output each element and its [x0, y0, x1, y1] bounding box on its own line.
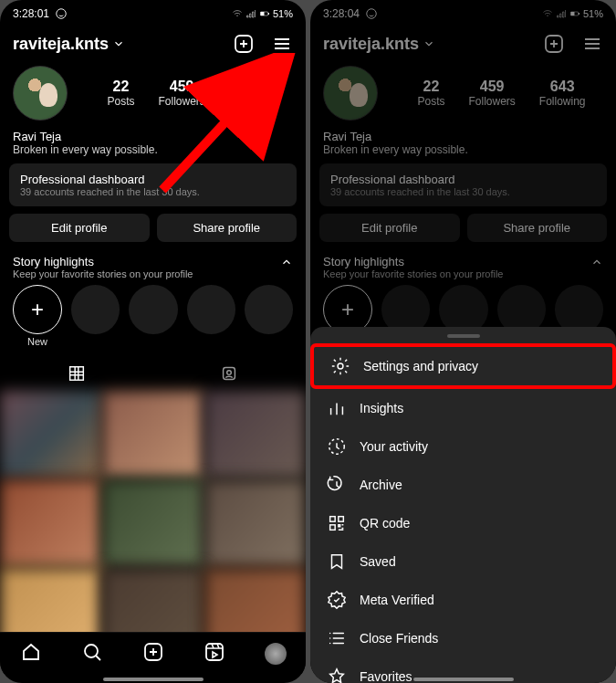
- status-time: 3:28:01: [13, 7, 49, 20]
- home-icon: [20, 641, 42, 663]
- name-block: Ravi Teja Broken in every way possible.: [310, 124, 616, 163]
- hamburger-icon: [581, 33, 603, 55]
- archive-icon: [327, 475, 347, 495]
- menu-button[interactable]: [581, 33, 603, 55]
- create-button[interactable]: [543, 33, 565, 55]
- nav-home[interactable]: [20, 641, 42, 667]
- stat-posts[interactable]: 22Posts: [417, 79, 444, 108]
- menu-archive[interactable]: Archive: [310, 466, 616, 504]
- svg-rect-20: [330, 525, 336, 531]
- name-block: Ravi Teja Broken in every way possible.: [0, 124, 306, 163]
- post-thumbnail[interactable]: [204, 479, 306, 567]
- tab-tagged[interactable]: [153, 356, 307, 391]
- dashboard-sub: 39 accounts reached in the last 30 days.: [330, 186, 596, 197]
- tagged-icon: [219, 363, 239, 384]
- profile-tabs: [0, 356, 306, 391]
- highlights-row: + New: [0, 285, 306, 351]
- nav-profile[interactable]: [265, 643, 287, 665]
- professional-dashboard-card[interactable]: Professional dashboard 39 accounts reach…: [9, 163, 297, 206]
- menu-meta-verified[interactable]: Meta Verified: [310, 581, 616, 619]
- create-button[interactable]: [233, 33, 255, 55]
- svg-rect-13: [570, 12, 574, 16]
- story-highlights-header[interactable]: Story highlights: [0, 249, 306, 268]
- dashboard-title: Professional dashboard: [20, 173, 286, 186]
- sheet-handle[interactable]: [447, 334, 480, 338]
- stat-following[interactable]: 643Following: [539, 79, 586, 108]
- status-time: 3:28:04: [323, 7, 360, 20]
- story-highlights-header[interactable]: Story highlights: [310, 249, 616, 268]
- edit-profile-button[interactable]: Edit profile: [9, 214, 150, 242]
- story-highlights-sub: Keep your favorite stories on your profi…: [0, 268, 306, 285]
- svg-rect-14: [579, 13, 579, 15]
- edit-profile-button[interactable]: Edit profile: [319, 214, 460, 242]
- menu-label: Favorites: [360, 669, 412, 683]
- bookmark-icon: [327, 552, 347, 572]
- post-thumbnail[interactable]: [204, 391, 306, 478]
- stat-followers[interactable]: 459Followers: [468, 79, 515, 108]
- star-icon: [327, 667, 347, 683]
- post-thumbnail[interactable]: [102, 479, 204, 567]
- wifi-icon: [232, 8, 243, 19]
- nav-create[interactable]: [142, 641, 164, 667]
- status-battery: 51%: [273, 8, 293, 19]
- battery-icon: [259, 8, 270, 19]
- verified-icon: [327, 590, 347, 610]
- post-thumbnail[interactable]: [102, 391, 204, 478]
- stat-following[interactable]: 643Following: [229, 79, 276, 108]
- story-highlights-sub: Keep your favorite stories on your profi…: [310, 268, 616, 285]
- menu-button[interactable]: [271, 33, 293, 55]
- share-profile-button[interactable]: Share profile: [467, 214, 608, 242]
- menu-label: Meta Verified: [360, 593, 434, 607]
- nav-reels[interactable]: [204, 641, 225, 667]
- username-dropdown[interactable]: raviteja.knts: [13, 35, 125, 54]
- plus-square-icon: [142, 641, 164, 663]
- posts-grid: [0, 391, 306, 656]
- menu-settings-privacy[interactable]: Settings and privacy: [310, 343, 616, 389]
- profile-stats-row: 22Posts 459Followers 643Following: [0, 58, 306, 124]
- stat-followers[interactable]: 459Followers: [158, 79, 204, 108]
- highlight-new-button[interactable]: +: [13, 285, 62, 334]
- grid-icon: [67, 363, 87, 384]
- professional-dashboard-card[interactable]: Professional dashboard 39 accounts reach…: [319, 163, 607, 206]
- highlight-placeholder: [245, 285, 293, 334]
- menu-qrcode[interactable]: QR code: [310, 504, 616, 542]
- profile-avatar[interactable]: [13, 66, 68, 121]
- menu-label: Close Friends: [360, 631, 438, 646]
- whatsapp-icon: [365, 7, 378, 20]
- share-profile-button[interactable]: Share profile: [157, 214, 298, 242]
- svg-point-0: [57, 9, 67, 19]
- stat-posts[interactable]: 22Posts: [107, 79, 134, 108]
- battery-icon: [569, 8, 580, 19]
- post-thumbnail[interactable]: [0, 479, 101, 567]
- dashboard-title: Professional dashboard: [330, 173, 596, 186]
- gear-icon: [330, 356, 350, 376]
- svg-rect-19: [339, 517, 344, 522]
- insights-icon: [327, 398, 347, 418]
- bottom-nav: [0, 632, 306, 674]
- profile-stats-row: 22Posts 459Followers 643Following: [310, 58, 616, 124]
- menu-saved[interactable]: Saved: [310, 542, 616, 581]
- menu-label: Saved: [360, 554, 396, 569]
- bio-text: Broken in every way possible.: [13, 143, 293, 156]
- menu-close-friends[interactable]: Close Friends: [310, 619, 616, 657]
- post-thumbnail[interactable]: [0, 391, 101, 478]
- svg-rect-5: [224, 368, 235, 380]
- avatar-icon: [265, 643, 287, 665]
- display-name: Ravi Teja: [13, 130, 293, 143]
- username-text: raviteja.knts: [323, 35, 419, 54]
- status-bar: 3:28:01 51%: [0, 0, 306, 26]
- phone-left: 3:28:01 51% raviteja.knts 22Posts 45: [0, 0, 306, 683]
- menu-label: Insights: [360, 401, 403, 415]
- menu-sheet: Settings and privacy Insights Your activ…: [310, 327, 616, 683]
- nav-search[interactable]: [81, 641, 103, 667]
- menu-insights[interactable]: Insights: [310, 389, 616, 427]
- menu-activity[interactable]: Your activity: [310, 427, 616, 466]
- username-dropdown[interactable]: raviteja.knts: [323, 35, 435, 54]
- list-icon: [327, 628, 347, 648]
- signal-icon: [245, 8, 256, 19]
- tab-grid[interactable]: [0, 356, 153, 391]
- bio-text: Broken in every way possible.: [323, 143, 603, 156]
- profile-avatar[interactable]: [323, 66, 378, 121]
- status-battery: 51%: [583, 8, 603, 19]
- display-name: Ravi Teja: [323, 130, 603, 143]
